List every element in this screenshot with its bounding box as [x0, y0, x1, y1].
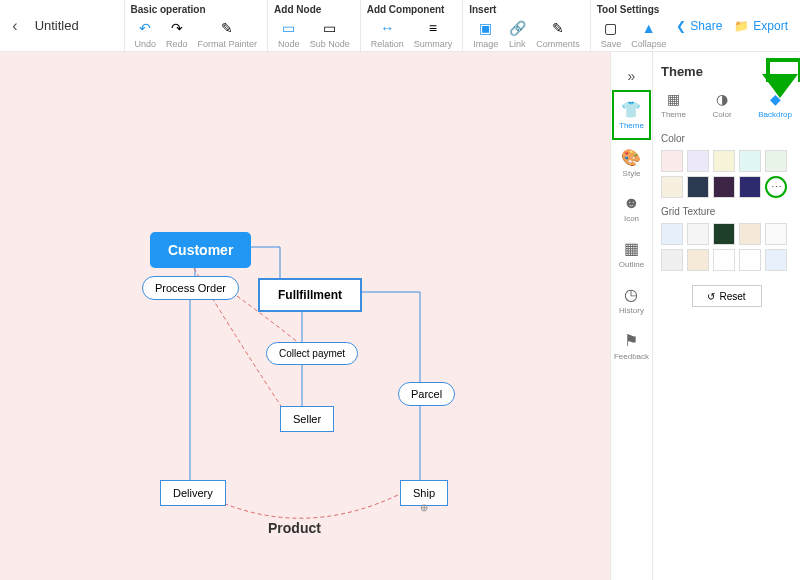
node-collect-payment[interactable]: Collect paymet: [266, 342, 358, 365]
tool-group: Add Component↔Relation≡Summary: [360, 0, 463, 51]
color-swatch-2[interactable]: [713, 150, 735, 172]
undo-icon: ↶: [136, 19, 154, 37]
node-customer[interactable]: Customer: [150, 232, 251, 268]
sidebar: » 👕Theme🎨Style☻Icon▦Outline◷History⚑Feed…: [610, 52, 652, 580]
icon-icon: ☻: [623, 194, 640, 212]
sidebar-tab-theme[interactable]: 👕Theme: [612, 90, 651, 140]
color-swatch-3[interactable]: [739, 150, 761, 172]
annotation-arrow: [770, 76, 790, 96]
more-colors-button[interactable]: ⋯: [765, 176, 787, 198]
node-seller[interactable]: Seller: [280, 406, 334, 432]
tool-relation[interactable]: ↔Relation: [367, 19, 408, 49]
tool-link[interactable]: 🔗Link: [504, 19, 530, 49]
color-swatch-1[interactable]: [687, 176, 709, 198]
sidebar-tab-history[interactable]: ◷History: [612, 277, 651, 323]
tool-group: Basic operation↶Undo↷Redo✎Format Painter: [124, 0, 268, 51]
node-process-order[interactable]: Process Order: [142, 276, 239, 300]
redo-icon: ↷: [168, 19, 186, 37]
sidebar-tab-style[interactable]: 🎨Style: [612, 140, 651, 186]
tool-group: Insert▣Image🔗Link✎Comments: [462, 0, 590, 51]
node-parcel[interactable]: Parcel: [398, 382, 455, 406]
tool-format-painter[interactable]: ✎Format Painter: [194, 19, 262, 49]
summary-icon: ≡: [424, 19, 442, 37]
reset-button[interactable]: ↺Reset: [692, 285, 762, 307]
collapse-icon: ▲: [640, 19, 658, 37]
tool-group-title: Basic operation: [131, 4, 262, 19]
color-swatch-2[interactable]: [713, 176, 735, 198]
theme-icon: 👕: [621, 100, 641, 119]
export-button[interactable]: 📁Export: [734, 19, 788, 33]
tool-summary[interactable]: ≡Summary: [410, 19, 457, 49]
link-icon: 🔗: [508, 19, 526, 37]
texture-swatch-2[interactable]: [713, 249, 735, 271]
texture-swatch-1[interactable]: [687, 249, 709, 271]
tool-undo[interactable]: ↶Undo: [131, 19, 161, 49]
collapse-panel-button[interactable]: »: [622, 62, 642, 90]
label-product: Product: [268, 520, 321, 536]
sidebar-tab-outline[interactable]: ▦Outline: [612, 231, 651, 277]
theme-tab-icon: ▦: [667, 91, 680, 107]
canvas[interactable]: Customer Process Order Fullfillment Coll…: [0, 52, 610, 580]
save-icon: ▢: [602, 19, 620, 37]
texture-swatch-3[interactable]: [739, 223, 761, 245]
color-swatch-4[interactable]: [765, 150, 787, 172]
image-icon: ▣: [477, 19, 495, 37]
texture-swatch-4[interactable]: [765, 249, 787, 271]
tool-save[interactable]: ▢Save: [597, 19, 626, 49]
node-fullfillment[interactable]: Fullfillment: [258, 278, 362, 312]
sub-node-icon: ▭: [321, 19, 339, 37]
node-delivery[interactable]: Delivery: [160, 480, 226, 506]
color-swatch-0[interactable]: [661, 176, 683, 198]
color-section-label: Color: [661, 133, 792, 144]
format-painter-icon: ✎: [218, 19, 236, 37]
tool-group-title: Add Node: [274, 4, 354, 19]
sidebar-tab-feedback[interactable]: ⚑Feedback: [612, 323, 651, 369]
texture-section-label: Grid Texture: [661, 206, 792, 217]
tool-collapse[interactable]: ▲Collapse: [627, 19, 670, 49]
panel-tab-color[interactable]: ◑Color: [712, 91, 731, 119]
document-title[interactable]: Untitled: [30, 0, 124, 51]
theme-panel: Theme ▦Theme◑Color◆Backdrop Color ⋯ Grid…: [652, 52, 800, 580]
history-icon: ◷: [624, 285, 638, 304]
texture-swatch-0[interactable]: [661, 249, 683, 271]
texture-swatch-4[interactable]: [765, 223, 787, 245]
texture-swatch-2[interactable]: [713, 223, 735, 245]
back-button[interactable]: ‹: [0, 0, 30, 51]
tool-image[interactable]: ▣Image: [469, 19, 502, 49]
share-button[interactable]: ❮Share: [676, 19, 722, 33]
tool-group-title: Add Component: [367, 4, 457, 19]
tool-comments[interactable]: ✎Comments: [532, 19, 584, 49]
feedback-icon: ⚑: [624, 331, 638, 350]
outline-icon: ▦: [624, 239, 639, 258]
texture-swatch-3[interactable]: [739, 249, 761, 271]
add-child-icon[interactable]: ⊕: [420, 502, 428, 513]
color-swatch-1[interactable]: [687, 150, 709, 172]
tool-sub-node[interactable]: ▭Sub Node: [306, 19, 354, 49]
texture-swatch-1[interactable]: [687, 223, 709, 245]
tool-node[interactable]: ▭Node: [274, 19, 304, 49]
panel-tab-theme[interactable]: ▦Theme: [661, 91, 686, 119]
tool-group-title: Tool Settings: [597, 4, 671, 19]
comments-icon: ✎: [549, 19, 567, 37]
style-icon: 🎨: [621, 148, 641, 167]
color-tab-icon: ◑: [716, 91, 728, 107]
tool-group: Add Node▭Node▭Sub Node: [267, 0, 360, 51]
node-icon: ▭: [280, 19, 298, 37]
tool-group: Tool Settings▢Save▲Collapse: [590, 0, 677, 51]
tool-redo[interactable]: ↷Redo: [162, 19, 192, 49]
tool-group-title: Insert: [469, 4, 584, 19]
color-swatch-3[interactable]: [739, 176, 761, 198]
color-swatch-0[interactable]: [661, 150, 683, 172]
relation-icon: ↔: [378, 19, 396, 37]
toolbar-groups: Basic operation↶Undo↷Redo✎Format Painter…: [124, 0, 677, 51]
texture-swatch-0[interactable]: [661, 223, 683, 245]
sidebar-tab-icon[interactable]: ☻Icon: [612, 186, 651, 231]
